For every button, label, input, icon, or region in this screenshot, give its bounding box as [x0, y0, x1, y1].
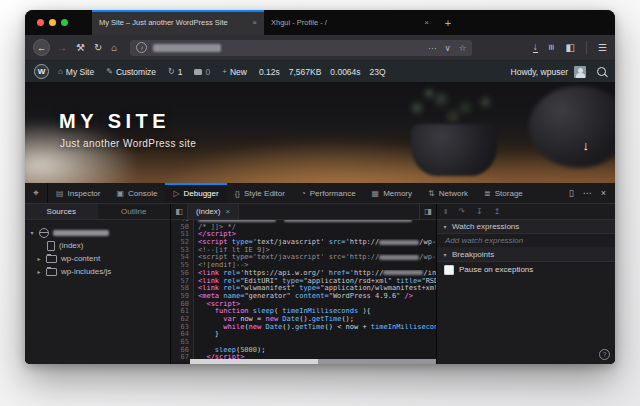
- tree-item-wp-includes-js[interactable]: ▸wp-includes/js: [25, 265, 170, 278]
- menu-hamburger-icon[interactable]: ☰: [598, 42, 607, 53]
- wp-howdy-label[interactable]: Howdy, wpuser: [511, 67, 568, 77]
- code-token: 5000: [240, 347, 257, 354]
- code-line[interactable]: 61 function sleep( timeInMilliseconds ){: [171, 308, 436, 316]
- code-line[interactable]: 59<meta name="generator" content="WordPr…: [171, 293, 436, 301]
- code-line[interactable]: 65: [171, 339, 436, 347]
- pause-icon[interactable]: ‖: [444, 207, 447, 216]
- code-line[interactable]: 51</script>: [171, 231, 436, 239]
- expand-panel-icon[interactable]: ◨: [419, 204, 436, 219]
- wordpress-logo[interactable]: W: [34, 64, 49, 79]
- code-token: [198, 316, 223, 323]
- code-line[interactable]: 63 while(new Date().getTime() < now + ti…: [171, 324, 436, 332]
- page-actions: ⋯ ∨ ☆: [428, 43, 466, 53]
- devtools-tab-debugger[interactable]: ▷Debugger: [165, 183, 226, 203]
- tree-item--index-[interactable]: (index): [25, 239, 170, 252]
- browser-tab-1[interactable]: My Site – Just another WordPress Site×: [92, 10, 264, 35]
- page-actions-icon[interactable]: ⋯: [428, 43, 437, 53]
- editor-tab-index[interactable]: (index) ×: [188, 204, 239, 219]
- tab-close-icon[interactable]: ×: [424, 18, 429, 27]
- editor-tab-close-icon[interactable]: ×: [225, 207, 230, 216]
- code-line[interactable]: 53<!--[if lt IE 9]>: [171, 247, 436, 255]
- sidebar-icon[interactable]: ◧: [566, 42, 575, 53]
- source-code-view[interactable]: 49 50/* ]]> */51</script>52<script type=…: [171, 220, 436, 364]
- code-line[interactable]: 62 var now = new Date().getTime();: [171, 316, 436, 324]
- help-icon[interactable]: ?: [599, 349, 610, 360]
- home-button[interactable]: ⌂: [111, 43, 117, 53]
- horizontal-scrollbar[interactable]: [190, 359, 436, 364]
- tab-close-icon[interactable]: ×: [252, 18, 257, 27]
- navigation-toolbar: ← → ⚒ ↻ ⌂ i ⋯ ∨ ☆ ↓ ≡ ◧ ☰: [25, 35, 615, 61]
- collapse-sources-icon[interactable]: ◧: [171, 204, 188, 219]
- pocket-icon[interactable]: ∨: [445, 43, 451, 53]
- forward-button[interactable]: →: [57, 43, 67, 53]
- wp-admin-bar: W ⌂My Site✎Customize↻10+New 0.12s7,567KB…: [25, 61, 615, 82]
- zoom-window-button[interactable]: [61, 19, 68, 26]
- downloads-icon[interactable]: ↓: [533, 42, 538, 53]
- pause-on-exceptions-checkbox[interactable]: [444, 265, 454, 275]
- avatar[interactable]: [574, 66, 586, 78]
- sources-tab-sources[interactable]: Sources: [25, 204, 98, 219]
- devtools-tab-storage[interactable]: ≣Storage: [476, 183, 531, 203]
- add-watch-expression-input[interactable]: Add watch expression: [437, 234, 615, 248]
- site-info-icon[interactable]: i: [136, 42, 147, 53]
- code-token: <link: [198, 270, 219, 277]
- code-line[interactable]: 56<link rel='https://api.w.org/' href='h…: [171, 270, 436, 278]
- site-tagline: Just another WordPress site: [60, 138, 196, 149]
- back-button[interactable]: ←: [33, 39, 50, 56]
- responsive-mode-icon[interactable]: ▯: [569, 188, 574, 198]
- devtools-tab-style-editor[interactable]: {}Style Editor: [227, 183, 293, 203]
- minimize-window-button[interactable]: [49, 19, 56, 26]
- code-line[interactable]: 64 }: [171, 331, 436, 339]
- devtools-close-icon[interactable]: ×: [601, 188, 606, 198]
- library-icon[interactable]: ≡: [546, 45, 557, 51]
- bookmark-star-icon[interactable]: ☆: [459, 43, 467, 53]
- code-token: href=: [329, 270, 350, 277]
- devtools-tab-inspector[interactable]: ▤Inspector: [48, 183, 108, 203]
- wp-item-updates[interactable]: ↻1: [168, 67, 182, 77]
- code-token: [198, 324, 223, 331]
- line-content: <meta name="generator" content="WordPres…: [194, 293, 436, 301]
- search-icon[interactable]: [597, 67, 606, 76]
- breakpoints-header[interactable]: ▾ Breakpoints: [437, 248, 615, 262]
- scroll-down-arrow-icon[interactable]: ↓: [583, 138, 590, 153]
- wp-item-customize[interactable]: ✎Customize: [106, 67, 156, 77]
- watch-expressions-header[interactable]: ▾ Watch expressions: [437, 220, 615, 234]
- code-token: getTime: [312, 316, 342, 323]
- step-over-icon[interactable]: ↷: [458, 207, 465, 216]
- wp-item-comments[interactable]: 0: [194, 67, 210, 77]
- devtools-tab-network[interactable]: ⇅Network: [420, 183, 476, 203]
- sources-tab-outline[interactable]: Outline: [98, 204, 171, 219]
- element-picker-icon[interactable]: ⌖: [25, 183, 48, 203]
- wrench-icon[interactable]: ⚒: [76, 43, 85, 53]
- devtools-tab-performance[interactable]: ◔Performance: [293, 183, 364, 203]
- browser-tab-2[interactable]: Xhgui - Profile - /×: [264, 10, 436, 35]
- wp-item-new[interactable]: +New: [222, 67, 247, 77]
- code-line[interactable]: 66 sleep(5000);: [171, 347, 436, 355]
- code-line[interactable]: 60 <script>: [171, 301, 436, 309]
- scrollbar-thumb[interactable]: [190, 359, 318, 364]
- devtools-menu-icon[interactable]: ⋯: [583, 188, 592, 198]
- tab-title: My Site – Just another WordPress Site: [99, 18, 246, 27]
- code-line[interactable]: 52<script type='text/javascript' src='ht…: [171, 239, 436, 247]
- tree-item-domain[interactable]: ▾: [25, 226, 170, 239]
- code-line[interactable]: 54<script type='text/javascript' src='ht…: [171, 254, 436, 262]
- devtools-tab-console[interactable]: ▣Console: [108, 183, 165, 203]
- step-in-icon[interactable]: ↧: [476, 207, 483, 216]
- devtools-tab-memory[interactable]: ▦Memory: [364, 183, 420, 203]
- new-tab-button[interactable]: +: [436, 10, 460, 35]
- code-line[interactable]: 58<link rel="wlwmanifest" type="applicat…: [171, 285, 436, 293]
- customize-icon: ✎: [106, 67, 113, 76]
- code-token: var: [223, 316, 236, 323]
- pause-on-exceptions-label: Pause on exceptions: [459, 265, 533, 274]
- code-line[interactable]: 55<![endif]-->: [171, 262, 436, 270]
- site-title[interactable]: MY SITE: [59, 110, 170, 133]
- step-out-icon[interactable]: ↥: [494, 207, 501, 216]
- url-bar[interactable]: i ⋯ ∨ ☆: [130, 40, 472, 56]
- tree-item-wp-content[interactable]: ▸wp-content: [25, 252, 170, 265]
- code-line[interactable]: 50/* ]]> */: [171, 224, 436, 232]
- reload-button[interactable]: ↻: [94, 43, 102, 53]
- wp-item-my-site[interactable]: ⌂My Site: [58, 67, 94, 77]
- code-token: [198, 308, 215, 315]
- close-window-button[interactable]: [37, 19, 44, 26]
- code-line[interactable]: 57<link rel="EditURI" type="application/…: [171, 278, 436, 286]
